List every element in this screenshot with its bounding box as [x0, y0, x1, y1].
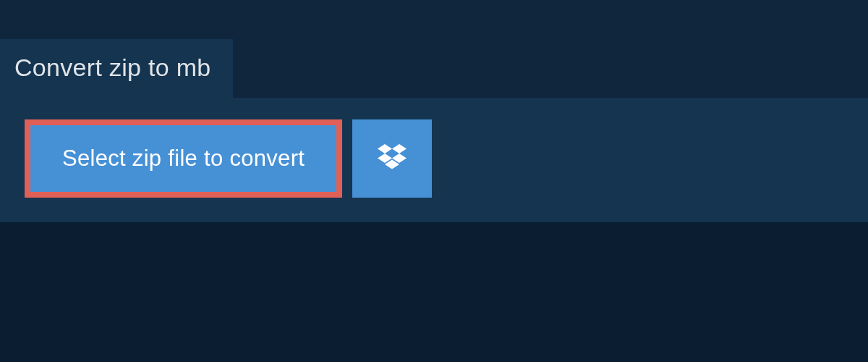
header-tab: Convert zip to mb — [0, 39, 233, 98]
dropbox-icon — [378, 144, 407, 173]
select-file-button-label: Select zip file to convert — [62, 146, 305, 172]
bottom-region — [0, 222, 868, 362]
page-title: Convert zip to mb — [14, 54, 211, 82]
dropbox-button[interactable] — [352, 119, 432, 198]
upload-panel: Select zip file to convert — [0, 98, 868, 222]
select-file-button[interactable]: Select zip file to convert — [25, 119, 342, 198]
